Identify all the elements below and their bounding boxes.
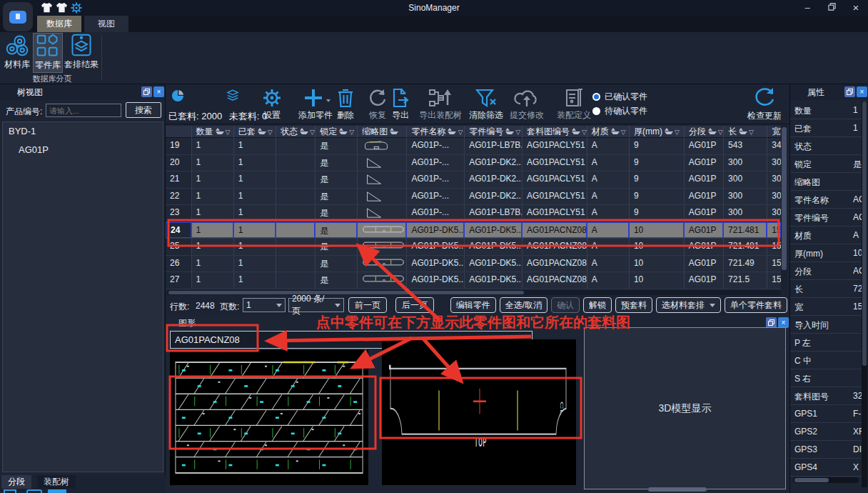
table-cell[interactable]: 1 (191, 155, 233, 171)
property-row[interactable]: 材质A (790, 226, 862, 244)
column-header[interactable]: 缩略图 (357, 126, 406, 138)
shirt-icon[interactable] (41, 2, 54, 14)
table-cell[interactable]: AG01PACLY51 (522, 205, 587, 221)
action-button[interactable]: 选材料套排 (656, 297, 721, 313)
sort-icon[interactable] (300, 128, 308, 136)
restore-button[interactable] (819, 0, 844, 16)
column-header[interactable]: 套料图编号▽ (522, 126, 587, 138)
part-thumbnail[interactable] (357, 155, 406, 171)
table-cell[interactable]: 9 (629, 138, 684, 154)
table-cell[interactable]: AG01PACLY51 (522, 189, 587, 205)
export-button[interactable]: 导出 (391, 88, 410, 121)
column-header[interactable]: 数量▽ (191, 126, 233, 138)
table-cell[interactable] (276, 256, 315, 272)
table-cell[interactable]: 9 (629, 205, 684, 221)
part-thumbnail[interactable] (357, 256, 406, 272)
table-cell[interactable]: 是 (315, 155, 357, 171)
table-cell[interactable]: 1 (233, 222, 276, 239)
column-header[interactable]: 状态▽ (276, 126, 315, 138)
part-thumbnail[interactable] (357, 205, 406, 221)
table-cell[interactable]: 是 (315, 222, 357, 239)
table-cell[interactable]: AG01P-DK5... (464, 272, 522, 289)
table-cell[interactable]: 300 (723, 171, 767, 188)
column-header[interactable]: 分段▽ (684, 126, 723, 138)
filter-icon[interactable]: ▽ (268, 129, 273, 136)
table-cell[interactable]: AG01P-... (406, 138, 464, 154)
filter-icon[interactable]: ▽ (458, 129, 463, 136)
table-cell[interactable]: 721.49 (723, 256, 767, 272)
table-cell[interactable]: 是 (315, 205, 357, 221)
table-cell[interactable]: AG01P (684, 272, 723, 289)
table-cell[interactable]: AG01P-... (406, 171, 464, 188)
table-cell[interactable]: 1 (233, 256, 276, 272)
table-cell[interactable] (276, 272, 315, 289)
table-cell[interactable]: 15 (767, 222, 781, 239)
table-cell[interactable]: AG01P-DK5... (464, 239, 522, 255)
table-cell[interactable]: 15 (767, 272, 781, 289)
table-cell[interactable]: 1 (233, 189, 276, 205)
column-header[interactable]: 已套▽ (233, 126, 276, 138)
table-cell[interactable]: AG01PACLY51 (522, 138, 587, 154)
table-cell[interactable]: 15 (767, 256, 781, 272)
shirt-icon[interactable] (56, 2, 69, 14)
table-cell[interactable]: AG01PACNZ08 (522, 256, 587, 272)
table-cell[interactable] (276, 222, 315, 239)
property-row[interactable]: 厚(mm)10 (790, 244, 862, 262)
table-cell[interactable]: 1 (191, 239, 233, 255)
table-cell[interactable]: AG01PACLY51 (522, 171, 587, 188)
table-cell[interactable]: 是 (315, 239, 357, 255)
table-cell[interactable]: 是 (315, 189, 357, 205)
search-button[interactable]: 搜索 (126, 102, 161, 118)
table-vertical-scrollbar[interactable] (781, 126, 787, 290)
close-panel-icon[interactable]: × (857, 86, 867, 97)
material-library-button[interactable]: 材料库 (1, 33, 33, 73)
table-cell[interactable]: AG01P-DK5... (464, 222, 522, 239)
part-thumbnail[interactable] (357, 171, 406, 188)
sort-icon[interactable] (448, 128, 456, 136)
clear-filter-button[interactable]: 清除筛选 (469, 88, 503, 121)
table-cell[interactable]: AG01P-DK2... (464, 155, 522, 171)
nesting-drawing-canvas[interactable] (170, 350, 368, 485)
filter-icon[interactable]: ▽ (582, 129, 587, 136)
property-row[interactable]: GPS1F- (790, 405, 862, 423)
tree-item[interactable]: AG01P (3, 141, 163, 159)
table-cell[interactable]: 9 (629, 155, 684, 171)
table-cell[interactable]: AG01P-... (406, 155, 464, 171)
sort-icon[interactable] (505, 128, 514, 136)
table-cell[interactable]: AG01P (684, 256, 723, 272)
sort-icon[interactable] (258, 128, 266, 136)
property-row[interactable]: P 左 (790, 334, 862, 352)
table-cell[interactable]: 9 (629, 171, 684, 188)
sort-icon[interactable] (665, 128, 673, 136)
properties-vertical-scrollbar[interactable] (862, 101, 867, 487)
table-cell[interactable]: 是 (315, 272, 357, 289)
table-row[interactable]: 2411是AG01P-DK5...AG01P-DK5...AG01PACNZ08… (166, 222, 781, 239)
table-cell[interactable]: 10 (629, 222, 684, 239)
assembly-define-button[interactable]: 装配定义 (557, 88, 591, 121)
table-cell[interactable]: 721.481 (723, 222, 767, 239)
action-button[interactable]: 确认 (551, 297, 580, 313)
page-select[interactable]: 1 (243, 298, 286, 312)
parts-library-button[interactable]: 零件库 (33, 33, 63, 73)
table-cell[interactable]: AG01P-... (406, 205, 464, 221)
table-cell[interactable]: 10 (629, 256, 684, 272)
table-cell[interactable] (276, 155, 315, 171)
table-cell[interactable]: 15 (767, 239, 781, 255)
nesting-result-button[interactable]: 套排结果 (63, 33, 100, 73)
sort-icon[interactable] (708, 128, 717, 136)
table-row[interactable]: 2211是AG01P-...AG01P-DK2...AG01PACLY51A9A… (166, 189, 781, 206)
tab-view[interactable]: 视图 (84, 16, 128, 32)
sort-icon[interactable] (572, 128, 580, 136)
table-cell[interactable]: 10 (629, 272, 684, 289)
table-cell[interactable]: 300 (723, 205, 767, 221)
close-panel-icon[interactable]: × (778, 317, 789, 328)
table-cell[interactable]: A (587, 256, 629, 272)
tab-assembly-tree[interactable]: 装配树 (37, 475, 76, 489)
close-button[interactable]: × (844, 0, 868, 16)
column-header[interactable]: 零件编号▽ (464, 126, 522, 138)
table-cell[interactable]: AG01P-DK2... (464, 171, 522, 188)
part-thumbnail[interactable] (357, 272, 406, 289)
filter-icon[interactable]: ▽ (749, 129, 754, 136)
part-thumbnail[interactable] (357, 138, 406, 154)
table-cell[interactable]: A (587, 239, 629, 255)
